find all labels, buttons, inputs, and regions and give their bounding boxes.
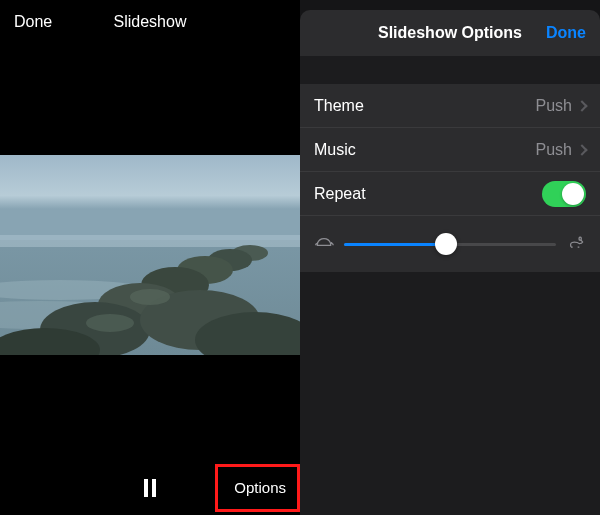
chevron-right-icon (576, 144, 587, 155)
pause-button[interactable] (144, 479, 156, 497)
slideshow-player-pane: Done Slideshow (0, 0, 300, 515)
speed-slider[interactable] (344, 243, 556, 246)
svg-point-14 (130, 289, 170, 305)
slideshow-options-pane: Slideshow Options Done Theme Push Music … (300, 0, 600, 515)
music-label: Music (314, 141, 536, 159)
music-value: Push (536, 141, 572, 159)
turtle-icon (314, 235, 334, 253)
svg-rect-2 (0, 235, 300, 247)
svg-point-15 (86, 314, 134, 332)
repeat-row: Repeat (300, 172, 600, 216)
slideshow-photo[interactable] (0, 155, 300, 355)
theme-row[interactable]: Theme Push (300, 84, 600, 128)
theme-value: Push (536, 97, 572, 115)
sheet-title: Slideshow Options (378, 24, 522, 42)
sheet-header: Slideshow Options Done (300, 10, 600, 56)
rabbit-icon (566, 235, 586, 253)
sheet-done-button[interactable]: Done (546, 24, 586, 42)
chevron-right-icon (576, 100, 587, 111)
pause-icon (144, 479, 148, 497)
slideshow-title: Slideshow (114, 13, 187, 31)
sheet-body: Theme Push Music Push Repeat (300, 84, 600, 272)
music-row[interactable]: Music Push (300, 128, 600, 172)
left-footer: Options (0, 460, 300, 515)
repeat-toggle[interactable] (542, 181, 586, 207)
svg-rect-0 (0, 155, 300, 245)
slider-thumb[interactable] (435, 233, 457, 255)
repeat-label: Repeat (314, 185, 542, 203)
pause-icon (152, 479, 156, 497)
left-header: Done Slideshow (0, 0, 300, 44)
svg-point-16 (331, 242, 333, 244)
speed-slider-row (300, 216, 600, 272)
done-button[interactable]: Done (14, 13, 52, 31)
options-button[interactable]: Options (234, 479, 286, 496)
options-sheet: Slideshow Options Done Theme Push Music … (300, 10, 600, 515)
toggle-knob (562, 183, 584, 205)
slider-fill (344, 243, 446, 246)
theme-label: Theme (314, 97, 536, 115)
